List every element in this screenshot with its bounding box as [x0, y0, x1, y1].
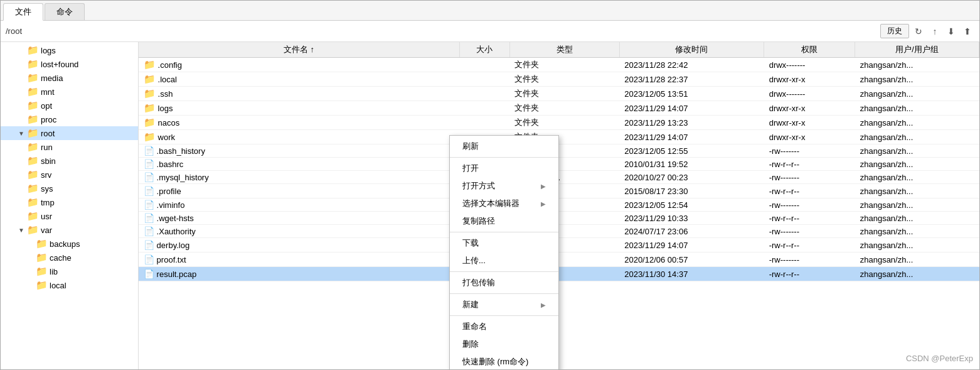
file-permissions: -rw-------: [764, 171, 855, 184]
file-name[interactable]: 📁 logs: [139, 101, 459, 116]
context-menu-item[interactable]: 刷新: [450, 138, 558, 155]
col-permissions: 权限: [764, 42, 855, 58]
context-menu-item[interactable]: 快速删除 (rm命令): [450, 353, 558, 369]
table-row[interactable]: 📁 .ssh 文件夹 2023/12/05 13:51 drwx------- …: [139, 87, 979, 101]
file-name[interactable]: 📄 derby.log: [139, 238, 459, 253]
context-menu-item[interactable]: 上传...: [450, 252, 558, 269]
context-menu-item-label: 打开方式: [462, 180, 495, 192]
folder-icon: 📁: [36, 280, 47, 291]
upload-icon[interactable]: ⬆: [961, 24, 974, 38]
file-name[interactable]: 📄 result.pcap: [139, 267, 459, 281]
file-user-group: zhangsan/zh...: [855, 184, 979, 199]
sidebar-item-opt[interactable]: 📁 opt: [1, 99, 138, 112]
file-name[interactable]: 📄 .bashrc: [139, 158, 459, 171]
context-menu-item-label: 快速删除 (rm命令): [462, 356, 528, 367]
file-name[interactable]: 📁 .ssh: [139, 87, 459, 101]
folder-icon: 📁: [36, 266, 47, 277]
submenu-arrow-icon: ▶: [541, 302, 546, 308]
sidebar: 📁 logs 📁 lost+found 📁 media 📁 mnt 📁: [1, 42, 139, 369]
history-button[interactable]: 历史: [880, 24, 909, 38]
file-name[interactable]: 📁 .local: [139, 72, 459, 87]
file-user-group: zhangsan/zh...: [855, 171, 979, 184]
download-icon[interactable]: ⬇: [944, 24, 958, 38]
sidebar-item-backups[interactable]: 📁 backups: [1, 237, 138, 251]
context-menu-item[interactable]: 打开方式▶: [450, 177, 558, 195]
sidebar-item-proc[interactable]: 📁 proc: [1, 112, 138, 126]
file-modified: 2010/01/31 19:52: [619, 158, 764, 171]
file-modified: 2023/11/28 22:42: [619, 58, 764, 72]
file-permissions: drwxr-xr-x: [764, 72, 855, 87]
sidebar-item-cache[interactable]: 📁 cache: [1, 251, 138, 264]
context-menu-item[interactable]: 重命名: [450, 318, 558, 335]
context-menu-item[interactable]: 删除: [450, 335, 558, 353]
file-permissions: drwx-------: [764, 58, 855, 72]
context-menu-item[interactable]: 复制路径: [450, 212, 558, 230]
file-name[interactable]: 📄 .Xauthority: [139, 225, 459, 238]
sidebar-item-logs[interactable]: 📁 logs: [1, 43, 138, 57]
file-name[interactable]: 📄 .mysql_history: [139, 171, 459, 184]
file-user-group: zhangsan/zh...: [855, 212, 979, 225]
table-row[interactable]: 📁 logs 文件夹 2023/11/29 14:07 drwxr-xr-x z…: [139, 101, 979, 116]
col-name: 文件名 ↑: [139, 42, 459, 58]
sidebar-item-usr[interactable]: 📁 usr: [1, 209, 138, 223]
file-modified: 2020/10/27 00:23: [619, 171, 764, 184]
file-permissions: drwxr-xr-x: [764, 130, 855, 144]
file-name[interactable]: 📄 .wget-hsts: [139, 212, 459, 225]
context-menu-item-label: 删除: [462, 339, 479, 350]
file-name[interactable]: 📄 .profile: [139, 184, 459, 199]
context-menu-item-label: 刷新: [462, 141, 479, 152]
refresh-icon[interactable]: ↻: [912, 24, 925, 38]
context-menu-item[interactable]: 打开: [450, 160, 558, 177]
file-permissions: -rw-------: [764, 225, 855, 238]
file-name[interactable]: 📁 nacos: [139, 116, 459, 130]
context-menu-separator: [450, 271, 558, 272]
file-modified: 2023/11/29 14:07: [619, 101, 764, 116]
file-user-group: zhangsan/zh...: [855, 158, 979, 171]
file-modified: 2023/12/05 12:55: [619, 144, 764, 158]
context-menu-item[interactable]: 新建▶: [450, 296, 558, 313]
table-row[interactable]: 📁 .local 文件夹 2023/11/28 22:37 drwxr-xr-x…: [139, 72, 979, 87]
context-menu-item[interactable]: 下载: [450, 234, 558, 252]
sidebar-item-lib[interactable]: 📁 lib: [1, 264, 138, 278]
file-permissions: -rw-r--r--: [764, 267, 855, 281]
tab-file[interactable]: 文件: [3, 3, 43, 21]
file-size: [459, 58, 509, 72]
file-name[interactable]: 📄 .viminfo: [139, 199, 459, 212]
file-size: [459, 72, 509, 87]
sidebar-item-sbin[interactable]: 📁 sbin: [1, 154, 138, 168]
context-menu-item[interactable]: 打包传输: [450, 274, 558, 291]
context-menu: 刷新打开打开方式▶选择文本编辑器▶复制路径下载上传...打包传输新建▶重命名删除…: [449, 135, 559, 369]
file-modified: 2023/12/05 12:54: [619, 199, 764, 212]
file-name[interactable]: 📄 .bash_history: [139, 144, 459, 158]
file-user-group: zhangsan/zh...: [855, 199, 979, 212]
table-row[interactable]: 📁 .config 文件夹 2023/11/28 22:42 drwx-----…: [139, 58, 979, 72]
context-menu-item-label: 上传...: [462, 255, 486, 266]
table-row[interactable]: 📁 nacos 文件夹 2023/11/29 13:23 drwxr-xr-x …: [139, 116, 979, 130]
tab-command[interactable]: 命令: [45, 3, 85, 20]
sidebar-item-run[interactable]: 📁 run: [1, 140, 138, 154]
file-name[interactable]: 📄 proof.txt: [139, 253, 459, 267]
file-permissions: -rw-------: [764, 253, 855, 267]
sidebar-item-media[interactable]: 📁 media: [1, 71, 138, 85]
file-permissions: drwxr-xr-x: [764, 101, 855, 116]
sidebar-item-tmp[interactable]: 📁 tmp: [1, 195, 138, 209]
sidebar-item-label: srv: [41, 170, 51, 180]
folder-icon: 📁: [27, 197, 38, 208]
sidebar-item-local[interactable]: 📁 local: [1, 278, 138, 292]
up-icon[interactable]: ↑: [928, 24, 942, 38]
sidebar-item-srv[interactable]: 📁 srv: [1, 168, 138, 182]
sidebar-item-mnt[interactable]: 📁 mnt: [1, 85, 138, 99]
file-name[interactable]: 📁 work: [139, 130, 459, 144]
file-permissions: -rw-r--r--: [764, 212, 855, 225]
sidebar-item-lost-found[interactable]: 📁 lost+found: [1, 57, 138, 71]
file-name[interactable]: 📁 .config: [139, 58, 459, 72]
sidebar-item-var[interactable]: ▼ 📁 var: [1, 223, 138, 237]
file-type: 文件夹: [509, 58, 619, 72]
context-menu-item[interactable]: 选择文本编辑器▶: [450, 195, 558, 212]
sidebar-item-root[interactable]: ▼ 📁 root: [1, 126, 138, 140]
address-bar: /root: [6, 26, 876, 36]
folder-icon: 📁: [27, 86, 38, 97]
folder-icon: 📁: [27, 114, 38, 125]
file-user-group: zhangsan/zh...: [855, 144, 979, 158]
sidebar-item-sys[interactable]: 📁 sys: [1, 182, 138, 195]
